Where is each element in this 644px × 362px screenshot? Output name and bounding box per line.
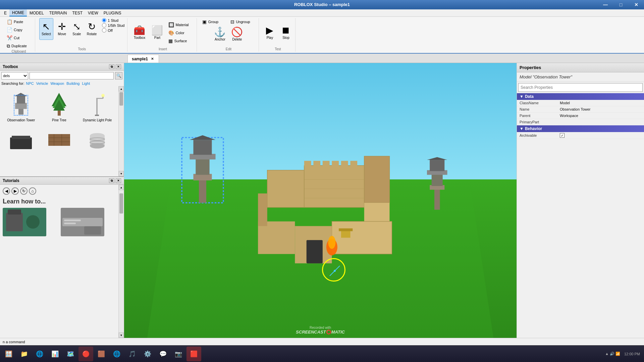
taskbar-itunes-button[interactable]: 🎵 <box>125 347 140 361</box>
tab-sample1[interactable]: sample1 ✕ <box>127 55 159 63</box>
cut-button[interactable]: ✂️ Cut <box>5 34 32 42</box>
list-item[interactable]: Observation Tower <box>3 89 40 124</box>
tutorial-thumb-2[interactable] <box>61 208 104 236</box>
list-item[interactable]: Pine Tree <box>41 89 78 124</box>
svg-rect-48 <box>332 222 392 254</box>
menu-view[interactable]: VIEW <box>85 9 101 16</box>
tutorials-scroll-up[interactable]: ▲ <box>119 185 124 190</box>
searching-label: Searching for: <box>1 81 24 85</box>
search-input[interactable] <box>30 72 114 79</box>
prop-section-behavior[interactable]: ▼ Behavior <box>517 125 644 132</box>
taskbar-chrome-button[interactable]: 🌐 <box>109 347 124 361</box>
paste-button[interactable]: 📋 Paste <box>5 18 32 25</box>
copy-button[interactable]: 📄 Copy <box>5 26 32 34</box>
list-item[interactable] <box>41 125 78 156</box>
taskbar-browser-button[interactable]: 🌐 <box>32 347 47 361</box>
filter-npc[interactable]: NPC <box>26 81 34 85</box>
taskbar-steam-button[interactable]: ⚙️ <box>140 347 155 361</box>
menu-model[interactable]: MODEL <box>27 9 47 16</box>
delete-button[interactable]: 🚫 Delete <box>229 27 245 42</box>
tutorials-home-button[interactable]: ⌂ <box>29 187 36 195</box>
stud1-option[interactable]: 1 Stud <box>102 18 124 22</box>
surface-button[interactable]: ▦ Surface <box>167 37 194 45</box>
scale-button[interactable]: ⤡ Scale <box>70 18 84 40</box>
search-properties-input[interactable] <box>518 83 643 92</box>
play-button[interactable]: ▶ Play <box>263 22 276 44</box>
scroll-thumb[interactable] <box>119 92 123 106</box>
svg-rect-5 <box>58 111 61 116</box>
tutorials-refresh-button[interactable]: ↻ <box>20 187 28 195</box>
taskbar-roblox-button[interactable]: 🟥 <box>186 347 201 361</box>
toolbox-close-button[interactable]: ✕ <box>116 64 121 69</box>
maximize-button[interactable]: □ <box>613 0 629 9</box>
searching-for-bar: Searching for: NPC Vehicle Weapon Buildi… <box>0 81 124 86</box>
tutorials-scroll-thumb[interactable] <box>119 193 123 214</box>
taskbar-explorer-button[interactable]: 📁 <box>17 347 32 361</box>
tutorials-float-button[interactable]: ⧉ <box>109 178 114 183</box>
tab-label: sample1 <box>132 57 148 61</box>
list-item[interactable] <box>3 125 40 156</box>
menu-test[interactable]: TEST <box>69 9 85 16</box>
select-button[interactable]: ↖ Select <box>39 18 53 40</box>
tab-close-button[interactable]: ✕ <box>150 57 155 61</box>
menu-terrain[interactable]: TERRAIN <box>47 9 70 16</box>
filter-vehicle[interactable]: Vehicle <box>36 81 48 85</box>
insert-buttons: 🧰 Toolbox ⬜ Part 🔲 Material 🎨 Color ▦ Su <box>131 18 194 47</box>
stop-icon: ⏹ <box>281 26 290 35</box>
svg-rect-28 <box>8 209 21 215</box>
taskbar-screenshot-button[interactable]: 📷 <box>171 347 186 361</box>
toolbox-float-button[interactable]: ⧉ <box>109 64 114 69</box>
prop-section-data[interactable]: ▼ Data <box>517 93 644 100</box>
list-item[interactable] <box>79 125 116 156</box>
properties-model-name: Model "Observation Tower" <box>517 72 644 82</box>
toolbox-category-dropdown[interactable]: dels Models <box>1 72 28 79</box>
archivable-checkbox[interactable]: ✓ <box>560 133 565 138</box>
stud-off-option[interactable]: Off <box>102 28 124 33</box>
filter-light[interactable]: Light <box>82 81 90 85</box>
stop-button[interactable]: ⏹ Stop <box>279 22 292 44</box>
taskbar-maps-button[interactable]: 🗺️ <box>63 347 78 361</box>
stud5-option[interactable]: 1/5th Stud <box>102 23 124 27</box>
taskbar-start-button[interactable]: 🪟 <box>1 347 16 361</box>
scroll-down-button[interactable]: ▼ <box>119 171 124 176</box>
svg-rect-59 <box>339 228 353 231</box>
menu-e[interactable]: E <box>1 9 9 16</box>
ungroup-button[interactable]: ⊟ Ungroup <box>229 18 256 25</box>
toolbox-icon: 🧰 <box>133 26 145 35</box>
duplicate-button[interactable]: ⧉ Duplicate <box>5 42 32 50</box>
toolbox-scrollbar[interactable]: ▲ ▼ <box>118 86 124 176</box>
taskbar-minecraft-button[interactable]: 🟫 <box>94 347 109 361</box>
menu-plugins[interactable]: PLUGINS <box>101 9 124 16</box>
search-button[interactable]: 🔍 <box>115 72 122 79</box>
taskbar-word-button[interactable]: 🔴 <box>78 347 93 361</box>
part-button[interactable]: ⬜ Part <box>149 22 165 44</box>
move-button[interactable]: ✛ Move <box>55 18 69 40</box>
svg-rect-33 <box>64 223 76 224</box>
filter-weapon[interactable]: Weapon <box>50 81 64 85</box>
material-button[interactable]: 🔲 Material <box>167 21 194 28</box>
menu-home[interactable]: HOME <box>9 9 27 16</box>
list-item[interactable]: Dynamic Light Pole <box>79 89 116 124</box>
filter-building[interactable]: Building <box>66 81 79 85</box>
minimize-button[interactable]: — <box>598 0 613 9</box>
anchor-button[interactable]: ⚓ Anchor <box>212 27 228 42</box>
group-button[interactable]: ▣ Group <box>201 18 228 25</box>
taskbar-excel-button[interactable]: 📊 <box>48 347 62 361</box>
copy-icon: 📄 <box>7 27 12 32</box>
taskbar-skype-button[interactable]: 💬 <box>156 347 170 361</box>
tutorials-scroll-down[interactable]: ▼ <box>119 333 124 338</box>
rotate-button[interactable]: ↻ Rotate <box>85 18 99 40</box>
tutorials-back-button[interactable]: ◀ <box>3 187 10 195</box>
scroll-up-button[interactable]: ▲ <box>119 86 124 92</box>
svg-rect-41 <box>313 161 320 167</box>
viewport[interactable]: Recorded with SCREENCAST⭕MATIC <box>124 63 517 338</box>
tutorials-close-button[interactable]: ✕ <box>116 178 121 183</box>
tutorials-scrollbar[interactable]: ▲ ▼ <box>118 185 124 338</box>
color-button[interactable]: 🎨 Color <box>167 29 194 37</box>
tutorials-forward-button[interactable]: ▶ <box>11 187 19 195</box>
material-icon: 🔲 <box>168 22 174 27</box>
toolbox-button[interactable]: 🧰 Toolbox <box>131 22 147 44</box>
close-button[interactable]: ✕ <box>629 0 644 9</box>
left-panel: Toolbox ⧉ ✕ dels Models 🔍 Searching for:… <box>0 63 124 338</box>
tutorial-thumb-1[interactable] <box>3 208 46 236</box>
